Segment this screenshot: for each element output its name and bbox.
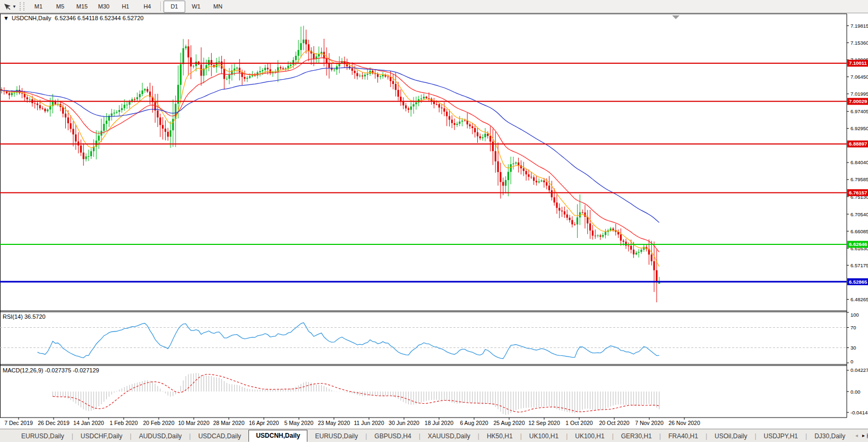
- timeframe-button-mn[interactable]: MN: [207, 1, 229, 13]
- date-tick-label: 20 Feb 2020: [143, 420, 175, 426]
- chart-tab-uk100-h1[interactable]: UK100,H1: [522, 430, 566, 442]
- date-tick-label: 18 Jul 2020: [425, 420, 453, 426]
- macd-tick-label: 0.042275: [850, 367, 868, 373]
- date-tick-label: 28 Mar 2020: [213, 420, 245, 426]
- price-level-badge: 6.62646: [849, 241, 867, 247]
- toolbar: ▼ M1M5M15M30H1H4D1W1MN: [0, 0, 868, 13]
- price-level-badge: 7.00029: [849, 98, 867, 104]
- chart-tab-hk50-h1[interactable]: HK50,H1: [479, 430, 520, 442]
- rsi-tick-label: 30: [850, 345, 856, 351]
- date-tick-label: 6 Aug 2020: [460, 420, 488, 426]
- date-tick-label: 14 Jan 2020: [73, 420, 104, 426]
- price-tick-label: 6.66085: [850, 228, 868, 234]
- candlestick-series: [1, 26, 660, 303]
- chart-tab-xauusd-daily[interactable]: XAUUSD,Daily: [420, 430, 478, 442]
- tab-scroll-right-icon[interactable]: ▸: [862, 433, 865, 438]
- chart-tab-ger30-h1[interactable]: GER30,H1: [614, 430, 659, 442]
- chart-tab-usdcnh-daily[interactable]: USDCNH,Daily: [248, 430, 307, 442]
- price-tick-label: 6.70540: [850, 211, 868, 217]
- chart-tab-usdchf-daily[interactable]: USDCHF,Daily: [73, 430, 130, 442]
- date-tick-label: 12 Sep 2020: [528, 420, 560, 426]
- date-tick-label: 23 May 2020: [318, 420, 350, 426]
- chart-tab-usdcad-daily[interactable]: USDCAD,Daily: [191, 430, 248, 442]
- chart-tab-dj30-daily[interactable]: DJ30,Daily: [807, 430, 853, 442]
- date-tick-label: 1 Feb 2020: [109, 420, 137, 426]
- timeframe-button-m1[interactable]: M1: [28, 1, 49, 13]
- date-tick-label: 7 Nov 2020: [635, 420, 664, 426]
- timeframe-button-w1[interactable]: W1: [185, 1, 207, 13]
- price-tick-label: 6.48265: [850, 296, 868, 302]
- chart-tab-usdjpy-h1[interactable]: USDJPY,H1: [757, 430, 805, 442]
- chart-tab-eurusd-daily[interactable]: EURUSD,Daily: [14, 430, 72, 442]
- tab-strip: EURUSD,Daily|USDCHF,Daily|AUDUSD,Daily|U…: [0, 430, 868, 442]
- date-tick-label: 25 Aug 2020: [494, 420, 525, 426]
- chart-title-ohlc: 6.52346 6.54118 6.52344 6.52720: [55, 15, 143, 21]
- date-tick-label: 11 Jun 2020: [354, 420, 384, 426]
- date-tick-label: 10 Mar 2020: [178, 420, 210, 426]
- date-tick-label: 20 Oct 2020: [599, 420, 629, 426]
- price-tick-label: 6.92950: [850, 125, 868, 131]
- chart-tab-eurusd-daily[interactable]: EURUSD,Daily: [307, 430, 365, 442]
- timeframe-button-m15[interactable]: M15: [71, 1, 93, 13]
- chevron-down-icon[interactable]: ▼: [12, 4, 16, 9]
- price-level-badge: 7.10011: [849, 60, 867, 66]
- price-axis[interactable]: 7.198157.153607.109057.064507.019956.974…: [847, 23, 868, 302]
- timeframe-button-d1[interactable]: D1: [164, 1, 185, 13]
- chart-tab-gbpusd-h4[interactable]: GBPUSD,H4: [367, 430, 418, 442]
- timeframe-button-m30[interactable]: M30: [93, 1, 115, 13]
- date-tick-label: 30 Jun 2020: [389, 420, 419, 426]
- chart-frame: [0, 14, 847, 418]
- toolbar-separator: [160, 2, 161, 11]
- chart-tab-usoil-daily[interactable]: USOil,Daily: [707, 430, 754, 442]
- price-level-badge: 6.88897: [849, 141, 867, 147]
- horizontal-level-lines[interactable]: [0, 63, 847, 282]
- toolbar-grip-handle[interactable]: [20, 2, 24, 11]
- date-tick-label: 16 Apr 2020: [249, 420, 279, 426]
- moving-average-lines: [2, 51, 659, 267]
- macd-tick-label: -0.04148: [850, 410, 868, 415]
- timeframe-button-h4[interactable]: H4: [136, 1, 158, 13]
- tab-scroll-controls: ◂ ▸: [853, 429, 867, 442]
- macd-tick-label: 0.00: [850, 389, 861, 395]
- chart-tab-audusd-daily[interactable]: AUDUSD,Daily: [132, 430, 190, 442]
- tab-scroll-left-icon[interactable]: ◂: [855, 433, 858, 438]
- rsi-label: RSI(14) 36.5720: [3, 313, 46, 320]
- date-tick-label: 7 Dec 2019: [4, 420, 33, 426]
- chart-region[interactable]: ▼ USDCNH,Daily 6.52346 6.54118 6.52344 6…: [0, 13, 868, 429]
- macd-panel: 0.0422750.00-0.04148: [53, 367, 868, 415]
- chart-tab-fra40-h1[interactable]: FRA40,H1: [661, 430, 706, 442]
- date-tick-label: 26 Dec 2019: [38, 420, 70, 426]
- rsi-tick-label: 70: [850, 325, 856, 330]
- rsi-panel: 10070300: [0, 312, 859, 364]
- price-level-badge: 6.52865: [849, 279, 867, 285]
- chart-tab-uk100-h1[interactable]: UK100,H1: [568, 430, 612, 442]
- date-tick-label: 26 Nov 2020: [668, 420, 700, 426]
- timeframe-button-m5[interactable]: M5: [49, 1, 71, 13]
- rsi-tick-label: 100: [850, 312, 859, 318]
- price-tick-label: 7.19815: [850, 23, 868, 29]
- chart-collapse-icon[interactable]: ▼: [3, 15, 9, 21]
- price-tick-label: 6.97405: [850, 108, 868, 114]
- price-tick-label: 7.06450: [850, 74, 868, 80]
- date-tick-label: 5 May 2020: [285, 420, 314, 426]
- chart-tab-bar: EURUSD,Daily|USDCHF,Daily|AUDUSD,Daily|U…: [0, 429, 868, 442]
- chart-title-symbol: USDCNH,Daily: [12, 15, 51, 21]
- date-axis[interactable]: 7 Dec 201926 Dec 201914 Jan 20201 Feb 20…: [4, 418, 700, 426]
- price-tick-label: 6.57175: [850, 262, 868, 268]
- chart-shift-marker[interactable]: [672, 15, 680, 19]
- timeframe-button-h1[interactable]: H1: [115, 1, 136, 13]
- price-tick-label: 6.79585: [850, 176, 868, 182]
- price-tick-label: 7.01995: [850, 91, 868, 97]
- price-level-badge: 6.76157: [849, 190, 867, 196]
- price-tick-label: 6.84040: [850, 159, 868, 165]
- price-tick-label: 7.15360: [850, 40, 868, 46]
- chart-cursor-icon[interactable]: [2, 2, 12, 11]
- rsi-tick-label: 0: [850, 359, 853, 364]
- macd-label: MACD(12,26,9) -0.027375 -0.027129: [3, 367, 99, 373]
- date-tick-label: 1 Oct 2020: [565, 420, 593, 426]
